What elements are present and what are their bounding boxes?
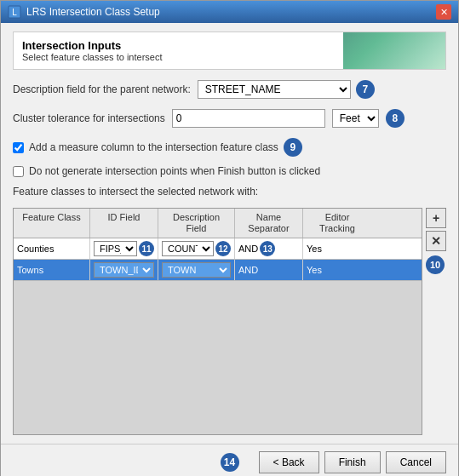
dialog-content: Intersection Inputs Select feature class… <box>1 23 458 444</box>
step-badge-13: 13 <box>260 241 275 256</box>
title-bar: L LRS Intersection Class Setup ✕ <box>1 1 458 23</box>
table-row[interactable]: Counties FIPS_ID 11 COUNTY 1 <box>14 238 422 260</box>
svg-text:L: L <box>12 8 17 17</box>
cluster-tolerance-row: Cluster tolerance for intersections Feet… <box>13 109 446 128</box>
col-description-field: DescriptionField <box>158 209 235 238</box>
title-bar-left: L LRS Intersection Class Setup <box>8 5 160 19</box>
main-window: L LRS Intersection Class Setup ✕ Interse… <box>0 0 459 476</box>
cell-id-field-towns[interactable]: TOWN_ID <box>90 260 158 280</box>
description-select[interactable]: STREET_NAME <box>198 80 351 99</box>
cluster-input[interactable] <box>172 109 325 128</box>
cell-separator-counties: AND 13 <box>235 238 303 259</box>
cancel-button[interactable]: Cancel <box>386 451 446 473</box>
col-editor-tracking: EditorTracking <box>303 209 371 238</box>
add-row-button[interactable]: + <box>426 208 446 228</box>
table-body: Counties FIPS_ID 11 COUNTY 1 <box>14 238 422 434</box>
id-field-select-counties[interactable]: FIPS_ID <box>94 241 137 256</box>
cell-editor-towns: Yes <box>303 260 371 280</box>
checkbox-measure[interactable] <box>13 142 24 153</box>
section-subtitle: Select feature classes to intersect <box>22 52 437 62</box>
footer-badge-area: 14 <box>221 453 239 472</box>
checkbox-nogenerate-row: Do not generate intersection points when… <box>13 165 446 177</box>
table-header: Feature Class ID Field DescriptionField … <box>14 209 422 238</box>
units-select[interactable]: Feet <box>332 109 379 128</box>
step-badge-8: 8 <box>386 109 404 128</box>
finish-button[interactable]: Finish <box>324 451 381 473</box>
cell-separator-towns: AND <box>235 260 303 280</box>
cell-editor-counties: Yes <box>303 238 371 259</box>
step-badge-12: 12 <box>215 241 231 256</box>
checkbox-measure-row: Add a measure column to the intersection… <box>13 138 446 157</box>
table-section-label: Feature classes to intersect the selecte… <box>13 186 446 198</box>
description-select-towns[interactable]: TOWN <box>162 262 231 278</box>
section-header: Intersection Inputs Select feature class… <box>13 32 446 70</box>
cell-description-counties[interactable]: COUNTY 12 <box>158 238 235 259</box>
table-wrapper: Feature Class ID Field DescriptionField … <box>13 208 446 435</box>
checkbox-measure-label: Add a measure column to the intersection… <box>29 141 278 153</box>
step-badge-14: 14 <box>221 453 239 472</box>
cell-description-towns[interactable]: TOWN <box>158 260 235 280</box>
description-select-wrapper: STREET_NAME 7 <box>198 80 375 99</box>
cell-feature-class-counties: Counties <box>14 238 90 259</box>
col-id-field: ID Field <box>90 209 158 238</box>
description-select-counties[interactable]: COUNTY <box>162 241 214 256</box>
col-name-separator: NameSeparator <box>235 209 303 238</box>
back-button[interactable]: < Back <box>259 451 319 473</box>
section-title: Intersection Inputs <box>22 39 437 52</box>
step-badge-11: 11 <box>139 241 154 256</box>
table-action-buttons: + ✕ 10 <box>426 208 446 435</box>
close-button[interactable]: ✕ <box>436 4 451 20</box>
col-feature-class: Feature Class <box>14 209 90 238</box>
remove-row-button[interactable]: ✕ <box>426 231 446 251</box>
cluster-label: Cluster tolerance for intersections <box>13 112 165 124</box>
window-title: LRS Intersection Class Setup <box>26 6 160 18</box>
feature-class-table: Feature Class ID Field DescriptionField … <box>13 208 422 435</box>
cell-feature-class-towns: Towns <box>14 260 90 280</box>
table-row[interactable]: Towns TOWN_ID TOWN <box>14 260 422 281</box>
checkbox-nogenerate-label: Do not generate intersection points when… <box>29 165 320 177</box>
table-empty-area <box>14 281 422 434</box>
step-badge-9: 9 <box>284 138 302 157</box>
cell-id-field-counties[interactable]: FIPS_ID 11 <box>90 238 158 259</box>
description-field-row: Description field for the parent network… <box>13 80 446 99</box>
step-badge-7: 7 <box>356 80 375 99</box>
checkbox-nogenerate[interactable] <box>13 166 24 177</box>
step-badge-10-area: 10 <box>426 255 445 274</box>
id-field-select-towns[interactable]: TOWN_ID <box>94 262 154 278</box>
description-label: Description field for the parent network… <box>13 83 191 95</box>
dialog-footer: 14 < Back Finish Cancel <box>1 444 458 476</box>
window-icon: L <box>8 5 21 19</box>
